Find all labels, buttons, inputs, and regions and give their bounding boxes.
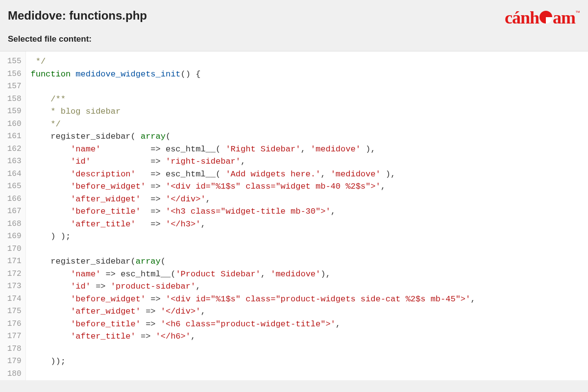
line-content[interactable]: */ — [25, 55, 588, 68]
line-number: 180 — [0, 368, 25, 381]
line-content[interactable]: 'before_title' => '<h3 class="widget-tit… — [25, 205, 588, 218]
line-number: 164 — [0, 168, 25, 181]
line-number: 174 — [0, 293, 25, 306]
line-number: 160 — [0, 118, 25, 131]
code-line: 179 )); — [0, 355, 588, 368]
code-line: 175 'after_widget' => '</div>', — [0, 305, 588, 318]
line-content[interactable]: 'before_widget' => '<div id="%1$s" class… — [25, 180, 588, 193]
line-content[interactable]: 'before_widget' => '<div id="%1$s" class… — [25, 293, 588, 306]
line-content[interactable]: 'after_title' => '</h6>', — [25, 330, 588, 343]
line-content[interactable] — [25, 243, 588, 256]
line-number: 167 — [0, 205, 25, 218]
line-number: 166 — [0, 193, 25, 206]
code-line: 176 'before_title' => '<h6 class="produc… — [0, 318, 588, 331]
code-line: 156function medidove_widgets_init() { — [0, 68, 588, 81]
line-content[interactable]: 'after_widget' => '</div>', — [25, 193, 588, 206]
code-line: 160 */ — [0, 118, 588, 131]
line-content[interactable]: register_sidebar( array( — [25, 130, 588, 143]
code-line: 170 — [0, 243, 588, 256]
code-line: 168 'after_title' => '</h3>', — [0, 218, 588, 231]
line-content[interactable]: * blog sidebar — [25, 105, 588, 118]
line-content[interactable]: /** — [25, 93, 588, 106]
line-content[interactable] — [25, 80, 588, 93]
line-number: 175 — [0, 305, 25, 318]
line-number: 155 — [0, 55, 25, 68]
line-number: 161 — [0, 130, 25, 143]
line-number: 168 — [0, 218, 25, 231]
line-content[interactable]: )); — [25, 355, 588, 368]
logo-text-left: cánh — [505, 9, 539, 26]
line-number: 165 — [0, 180, 25, 193]
code-line — [0, 51, 588, 55]
logo-text-right: am — [553, 9, 575, 26]
line-number: 169 — [0, 230, 25, 243]
line-content[interactable]: 'id' => 'right-sidebar', — [25, 155, 588, 168]
code-line: 180 — [0, 368, 588, 381]
line-content[interactable]: 'id' => 'product-sidebar', — [25, 280, 588, 293]
line-number: 172 — [0, 268, 25, 281]
line-number: 163 — [0, 155, 25, 168]
code-line: 161 register_sidebar( array( — [0, 130, 588, 143]
line-number: 178 — [0, 343, 25, 356]
line-content[interactable]: 'name' => esc_html__( 'Right Sidebar', '… — [25, 143, 588, 156]
line-content[interactable] — [25, 343, 588, 356]
line-number: 170 — [0, 243, 25, 256]
line-content[interactable] — [25, 51, 588, 55]
line-content[interactable]: */ — [25, 118, 588, 131]
line-number: 179 — [0, 355, 25, 368]
code-line: 173 'id' => 'product-sidebar', — [0, 280, 588, 293]
code-line: 164 'description' => esc_html__( 'Add wi… — [0, 168, 588, 181]
line-content[interactable]: 'before_title' => '<h6 class="product-wi… — [25, 318, 588, 331]
code-line: 163 'id' => 'right-sidebar', — [0, 155, 588, 168]
code-line: 155 */ — [0, 55, 588, 68]
line-content[interactable] — [25, 368, 588, 381]
code-line: 171 register_sidebar(array( — [0, 255, 588, 268]
code-line: 158 /** — [0, 93, 588, 106]
code-line: 165 'before_widget' => '<div id="%1$s" c… — [0, 180, 588, 193]
line-content[interactable]: 'after_title' => '</h3>', — [25, 218, 588, 231]
line-content[interactable]: 'name' => esc_html__('Product Sidebar', … — [25, 268, 588, 281]
line-content[interactable]: 'after_widget' => '</div>', — [25, 305, 588, 318]
code-line: 169 ) ); — [0, 230, 588, 243]
line-number: 173 — [0, 280, 25, 293]
code-line: 177 'after_title' => '</h6>', — [0, 330, 588, 343]
line-number — [0, 51, 25, 55]
line-number: 157 — [0, 80, 25, 93]
line-content[interactable]: ) ); — [25, 230, 588, 243]
code-line: 172 'name' => esc_html__('Product Sideba… — [0, 268, 588, 281]
line-content[interactable]: register_sidebar(array( — [25, 255, 588, 268]
line-number: 162 — [0, 143, 25, 156]
line-number: 177 — [0, 330, 25, 343]
line-content[interactable]: 'description' => esc_html__( 'Add widget… — [25, 168, 588, 181]
line-content[interactable]: function medidove_widgets_init() { — [25, 68, 588, 81]
code-viewer[interactable]: 155 */156function medidove_widgets_init(… — [0, 51, 588, 380]
page-title: Medidove: functions.php — [8, 9, 147, 23]
code-line: 162 'name' => esc_html__( 'Right Sidebar… — [0, 143, 588, 156]
line-number: 176 — [0, 318, 25, 331]
code-line: 166 'after_widget' => '</div>', — [0, 193, 588, 206]
header: Medidove: functions.php cánh am ™ — [0, 0, 588, 30]
code-line: 178 — [0, 343, 588, 356]
code-line: 174 'before_widget' => '<div id="%1$s" c… — [0, 293, 588, 306]
line-number: 158 — [0, 93, 25, 106]
code-table: 155 */156function medidove_widgets_init(… — [0, 51, 588, 380]
logo-icon — [539, 11, 552, 24]
line-number: 156 — [0, 68, 25, 81]
code-line: 167 'before_title' => '<h3 class="widget… — [0, 205, 588, 218]
section-label: Selected file content: — [0, 30, 588, 51]
code-line: 157 — [0, 80, 588, 93]
logo-trademark: ™ — [575, 10, 580, 15]
code-line: 159 * blog sidebar — [0, 105, 588, 118]
line-number: 159 — [0, 105, 25, 118]
brand-logo: cánh am ™ — [505, 9, 580, 26]
line-number: 171 — [0, 255, 25, 268]
